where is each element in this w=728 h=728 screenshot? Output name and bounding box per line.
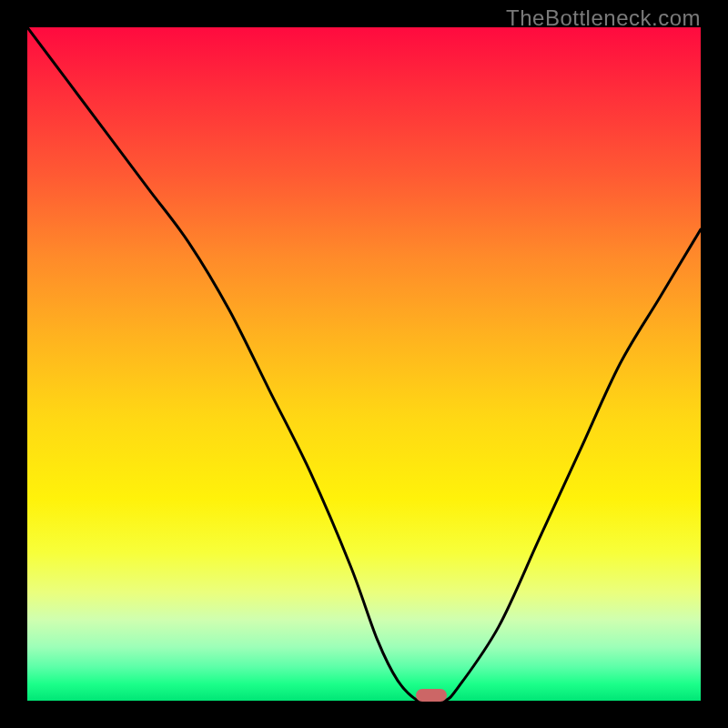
optimal-marker bbox=[416, 689, 447, 702]
plot-area bbox=[27, 27, 701, 701]
bottleneck-curve bbox=[27, 27, 701, 701]
chart-frame: TheBottleneck.com bbox=[0, 0, 728, 728]
